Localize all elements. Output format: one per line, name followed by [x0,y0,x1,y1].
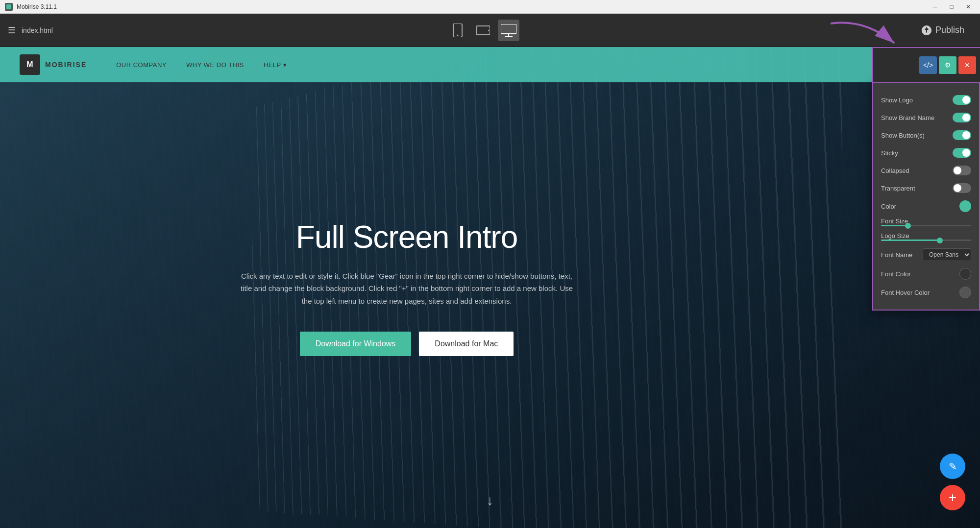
show-logo-row: Show Logo [873,91,979,109]
show-logo-label: Show Logo [881,96,913,104]
code-editor-button[interactable]: </> [919,56,937,74]
svg-point-2 [457,34,459,36]
font-name-select[interactable]: Open Sans Roboto Lato Montserrat [923,248,971,261]
gear-icon: ⚙ [945,61,951,69]
color-row: Color [873,197,979,216]
delete-icon: ✕ [964,61,970,69]
close-button[interactable]: ✕ [961,0,975,14]
download-mac-button[interactable]: Download for Mac [419,332,514,356]
edit-icon: ✎ [949,460,957,472]
logo-size-label: Logo Size [881,232,971,240]
add-icon: + [949,490,956,505]
font-size-row: Font Size [873,216,979,230]
site-nav: OUR COMPANY WHY WE DO THIS HELP ▾ [116,61,287,69]
logo-size-row: Logo Size [873,230,979,245]
logo-size-slider[interactable] [881,240,971,241]
scroll-arrow: ↓ [487,493,493,508]
fab-edit-button[interactable]: ✎ [940,454,965,479]
maximize-button[interactable]: □ [945,0,958,14]
download-windows-button[interactable]: Download for Windows [300,332,412,356]
toggle-knob [954,184,961,192]
brand-name: MOBIRISE [45,61,87,69]
mobile-view-button[interactable] [447,20,468,41]
svg-rect-5 [501,24,516,34]
site-navbar: M MOBIRISE OUR COMPANY WHY WE DO THIS HE… [0,47,980,82]
toggle-knob [954,167,961,174]
hero-title[interactable]: Full Screen Intro [296,219,518,255]
title-bar: Mobirise 3.11.1 ─ □ ✕ [0,0,980,14]
font-hover-color-label: Font Hover Color [881,289,930,296]
font-color-swatch[interactable] [959,268,971,280]
nav-why-we[interactable]: WHY WE DO THIS [186,61,244,69]
hamburger-menu[interactable]: ☰ [8,25,16,36]
transparent-row: Transparent [873,179,979,197]
hero-section: M MOBIRISE OUR COMPANY WHY WE DO THIS HE… [0,47,980,528]
logo-icon: M [20,54,40,75]
hero-subtitle[interactable]: Click any text to edit or style it. Clic… [240,270,573,308]
code-icon: </> [923,61,933,69]
toggle-knob [962,149,970,157]
current-file: index.html [22,26,53,34]
hero-content: Full Screen Intro Click any text to edit… [0,47,813,528]
slider-thumb[interactable] [905,223,911,229]
font-hover-color-swatch[interactable] [959,287,971,298]
sticky-row: Sticky [873,144,979,162]
color-swatch[interactable] [959,200,971,212]
settings-gear-button[interactable]: ⚙ [939,56,956,74]
publish-label: Publish [935,25,964,35]
toggle-knob [962,96,970,104]
slider-fill [881,225,908,226]
toggle-knob [962,131,970,139]
show-brand-label: Show Brand Name [881,114,934,121]
app-icon [5,3,13,11]
font-color-label: Font Color [881,270,911,278]
delete-block-button[interactable]: ✕ [958,56,976,74]
toggle-knob [962,114,970,121]
preview-area: M MOBIRISE OUR COMPANY WHY WE DO THIS HE… [0,47,980,528]
nav-help[interactable]: HELP ▾ [264,61,287,69]
slider-fill [881,240,940,241]
device-switcher [447,20,519,41]
hero-buttons: Download for Windows Download for Mac [300,332,514,356]
font-name-label: Font Name [881,251,912,259]
site-logo: M MOBIRISE [20,54,87,75]
desktop-view-button[interactable] [498,20,519,41]
show-buttons-row: Show Button(s) [873,126,979,144]
tablet-view-button[interactable] [472,20,494,41]
show-buttons-label: Show Button(s) [881,132,925,139]
svg-point-4 [488,29,489,30]
nav-our-company[interactable]: OUR COMPANY [116,61,167,69]
svg-rect-0 [6,4,11,9]
transparent-toggle[interactable] [953,183,971,193]
panel-toolbar: </> ⚙ ✕ [872,47,980,82]
show-brand-toggle[interactable] [953,113,971,122]
show-logo-toggle[interactable] [953,95,971,105]
show-buttons-toggle[interactable] [953,130,971,140]
sticky-label: Sticky [881,149,898,157]
font-name-row: Font Name Open Sans Roboto Lato Montserr… [873,245,979,264]
fab-add-button[interactable]: + [940,485,965,510]
minimize-button[interactable]: ─ [928,0,942,14]
app-toolbar: ☰ index.html Publish [0,14,980,47]
font-hover-color-row: Font Hover Color [873,283,979,302]
window-controls: ─ □ ✕ [928,0,975,14]
collapsed-row: Collapsed [873,162,979,179]
settings-panel: Show Logo Show Brand Name Show Button(s)… [872,82,980,311]
font-color-row: Font Color [873,264,979,283]
slider-thumb[interactable] [937,238,943,243]
collapsed-toggle[interactable] [953,166,971,175]
app-title: Mobirise 3.11.1 [17,3,57,10]
font-size-label: Font Size [881,217,971,225]
show-brand-row: Show Brand Name [873,109,979,126]
collapsed-label: Collapsed [881,167,909,174]
logo-wrap: M [20,54,40,75]
transparent-label: Transparent [881,185,915,192]
publish-button[interactable]: Publish [914,21,972,39]
color-label: Color [881,203,896,210]
font-size-slider[interactable] [881,225,971,226]
sticky-toggle[interactable] [953,148,971,158]
svg-rect-3 [476,26,490,35]
